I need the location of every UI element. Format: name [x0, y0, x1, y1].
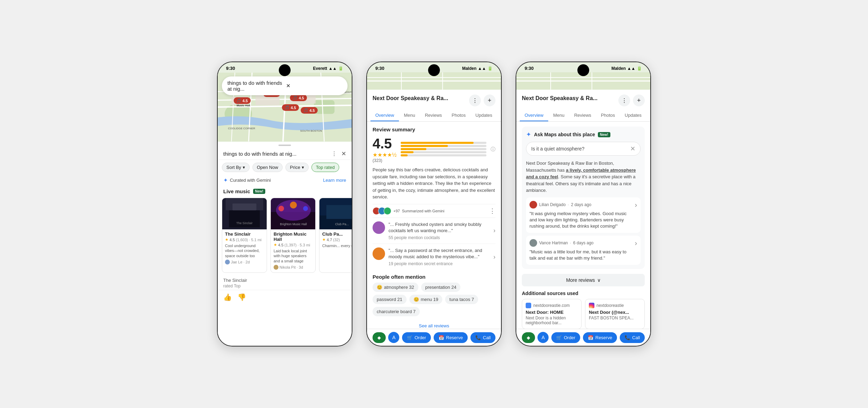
map-pin-3[interactable]: 🎵4.5 [290, 95, 307, 101]
ask-review-2-content: Vance Hartman · 6 days ago "Music was a … [529, 239, 632, 261]
map-pin-5[interactable]: 🎵4.5 [301, 107, 317, 114]
see-all-reviews-2[interactable]: See all reviews [373, 320, 495, 329]
signal-icon-1: ▲▲ [328, 66, 337, 71]
svg-point-28 [290, 202, 297, 209]
close-icon-1[interactable]: ✕ [341, 150, 346, 157]
tab-updates-3[interactable]: Updates [620, 110, 646, 121]
ask-input-row-3[interactable]: Is it a quiet atmosphere? ✕ [526, 142, 641, 156]
ask-review-2-3[interactable]: Vance Hartman · 6 days ago "Music was a … [526, 236, 641, 265]
search-bar-1[interactable]: things to do with friends at nig... ✕ [222, 76, 348, 95]
ask-input-text-3: Is it a quiet atmosphere? [531, 146, 627, 152]
tab-reviews-2[interactable]: Reviews [420, 110, 447, 121]
svg-text:Music Hall: Music Hall [236, 104, 250, 107]
ask-maps-badge-3: New! [598, 132, 610, 137]
more-reviews-btn-3[interactable]: More reviews ∨ [522, 274, 645, 286]
ask-review-2-text: "Music was a little loud for me, but it … [529, 249, 632, 261]
chip-presentation-label: presentation 24 [425, 285, 457, 290]
rating-bars-2 [401, 142, 486, 157]
filter-top-rated-1[interactable]: Top rated [311, 163, 339, 172]
call-btn-2[interactable]: 📞 Call [470, 332, 495, 343]
place-card-brighton[interactable]: Brighton Music Hall Brighton Music Hall … [270, 198, 316, 273]
ask-review-2-arrow[interactable]: › [635, 239, 637, 247]
share-icon-1[interactable]: ⋮ [331, 150, 337, 157]
thumbs-up-1[interactable]: 👍 [223, 293, 232, 301]
tab-reviews-3[interactable]: Reviews [569, 110, 596, 121]
camera-notch-1 [279, 64, 291, 76]
source-card-instagram[interactable]: nextdooreastie Next Door (@nex... FAST B… [585, 299, 645, 329]
reserve-btn-3[interactable]: 📅 Reserve [583, 332, 617, 343]
learn-more-1[interactable]: Learn more [323, 178, 346, 183]
detail-action-buttons-3: ⋮ + [618, 93, 645, 106]
search-bar-container-1[interactable]: things to do with friends at nig... ✕ [222, 76, 348, 95]
chip-menu[interactable]: 😊 menu 19 [409, 295, 443, 304]
direction-btn-3[interactable]: A [537, 332, 549, 343]
order-icon-2: 🛒 [407, 335, 412, 340]
place-card-img-brighton: Brighton Music Hall [271, 198, 315, 229]
filter-sort-1[interactable]: Sort By ▾ [222, 163, 250, 172]
sinclair-img-svg: The Sinclair [222, 198, 267, 229]
reserve-btn-2[interactable]: 📅 Reserve [434, 332, 468, 343]
tab-about-3[interactable]: About [646, 110, 650, 121]
chip-atmosphere[interactable]: 😊 atmosphere 32 [373, 283, 418, 292]
tab-overview-2[interactable]: Overview [370, 110, 399, 121]
brighton-author: Nikola Pit · 3d [274, 265, 312, 270]
review-content-1-2: "... Freshly shucked oysters and smoky b… [389, 221, 490, 240]
chip-presentation[interactable]: presentation 24 [421, 283, 461, 292]
order-btn-2[interactable]: 🛒 Order [402, 332, 431, 343]
tab-updates-2[interactable]: Updates [470, 110, 497, 121]
review-item-2-2[interactable]: "... Say a password at the secret entran… [373, 244, 495, 270]
rating-info-icon-2[interactable]: ⓘ [491, 146, 495, 153]
ask-review-1-container: Lilian Delgado · 2 days ago "It was givi… [529, 201, 637, 230]
drag-handle-1 [278, 145, 291, 146]
review-options-icon-2[interactable]: ⋮ [489, 207, 495, 215]
order-btn-3[interactable]: 🛒 Order [551, 332, 580, 343]
chip-charcuterie[interactable]: charcuterie board 7 [373, 307, 420, 316]
sinclair-author: Jae Le · 2d [225, 260, 264, 264]
chip-tuna[interactable]: tuna tacos 7 [445, 295, 478, 304]
ask-maps-header-3: ✦ Ask Maps about this place New! [526, 131, 641, 138]
sinclair-name: The Sinclair [225, 231, 264, 237]
map-area-1[interactable]: CHARLESTOWN EAST BOST... SOUTH BOSTON CO… [218, 72, 352, 142]
add-button-3[interactable]: + [633, 95, 645, 106]
phone-2: 9:30 Malden ▲▲ 🔋 Next Door Speakeasy & R… [366, 62, 502, 346]
detail-tabs-2: Overview Menu Reviews Photos Updates Abo… [367, 110, 501, 122]
svg-text:Brighton Music Hall: Brighton Music Hall [280, 222, 307, 226]
source-icon-2 [589, 303, 594, 308]
tab-photos-3[interactable]: Photos [596, 110, 620, 121]
tab-menu-3[interactable]: Menu [548, 110, 569, 121]
place-card-club[interactable]: Club Pa... Club Pa... ★ 4.7 (32) Charmin… [319, 198, 352, 273]
chip-password[interactable]: password 21 [373, 295, 407, 304]
tab-menu-2[interactable]: Menu [399, 110, 420, 121]
clear-icon-3[interactable]: ✕ [630, 145, 635, 153]
tab-overview-3[interactable]: Overview [520, 110, 548, 121]
nav-btn-3[interactable]: ◆ [522, 332, 535, 343]
review-arrow-1-2[interactable]: › [493, 227, 495, 234]
detail-title-2: Next Door Speakeasy & Ra... [373, 93, 448, 101]
direction-btn-2[interactable]: A [388, 332, 399, 343]
brighton-name: Brighton Music Hall [274, 231, 312, 242]
nav-btn-2[interactable]: ◆ [373, 332, 386, 343]
filter-price-1[interactable]: Price ▾ [285, 163, 309, 172]
add-button-2[interactable]: + [484, 95, 495, 106]
search-close-1[interactable]: ✕ [286, 83, 342, 89]
ask-review-1-3[interactable]: Lilian Delgado · 2 days ago "It was givi… [526, 197, 641, 233]
map-pin-1[interactable]: 🎵4.5 [234, 97, 250, 104]
place-card-img-club: Club Pa... [319, 198, 352, 229]
ask-maps-title-3: Ask Maps about this place [534, 132, 595, 137]
svg-point-27 [278, 206, 284, 211]
ask-review-1-arrow[interactable]: › [635, 201, 637, 209]
review-item-1-2[interactable]: "... Freshly shucked oysters and smoky b… [373, 218, 495, 244]
review-summary-section-2: Review summary 4.5 ★★★★½ (323) [367, 122, 501, 329]
place-card-sinclair[interactable]: The Sinclair The Sinclair ★ 4.5 (1,603) … [222, 198, 267, 273]
share-button-2[interactable]: ⋮ [469, 95, 481, 106]
share-button-3[interactable]: ⋮ [618, 95, 630, 106]
review-arrow-2-2[interactable]: › [493, 253, 495, 261]
call-btn-3[interactable]: 📞 Call [620, 332, 645, 343]
tab-photos-2[interactable]: Photos [447, 110, 470, 121]
map-pin-4[interactable]: 🎵4.5 [282, 104, 299, 111]
source-card-website[interactable]: nextdooreastie.com Next Door: HOME Next … [522, 299, 582, 329]
thumbs-down-1[interactable]: 👎 [237, 293, 246, 301]
tab-about-2[interactable]: About [497, 110, 501, 121]
filter-open-now-1[interactable]: Open Now [252, 163, 283, 172]
place-cards-row-1: The Sinclair The Sinclair ★ 4.5 (1,603) … [218, 196, 352, 276]
